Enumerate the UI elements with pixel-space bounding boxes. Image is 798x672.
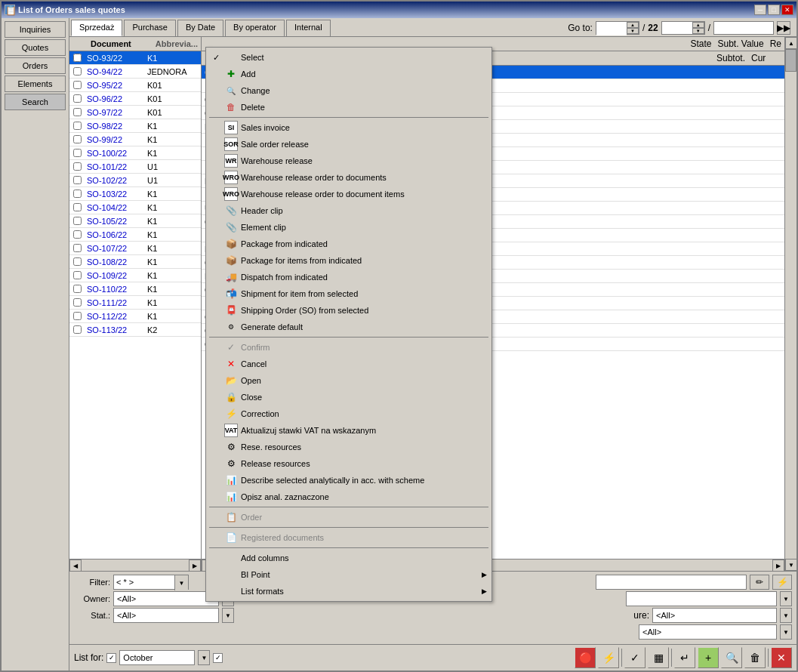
table-row[interactable]: SO-99/22 K1 <box>69 133 201 146</box>
menu-item-dispatch[interactable]: 🚚 Dispatch from indicated <box>206 269 491 285</box>
menu-item-vat[interactable]: VAT Aktualizuj stawki VAT na wskazanym <box>206 422 491 439</box>
month-dropdown[interactable]: ▼ <box>198 650 210 665</box>
table-row[interactable]: SO-101/22 U1 <box>69 160 201 174</box>
tab-by-operator[interactable]: By operator <box>225 20 285 36</box>
menu-item-sale-order[interactable]: SOR Sale order release <box>206 136 491 153</box>
table-row[interactable]: SO-108/22 K1 <box>69 255 201 269</box>
table-row[interactable]: SO-105/22 K1 <box>69 214 201 228</box>
doc-number[interactable]: SO-98/22 <box>85 121 145 131</box>
doc-number[interactable]: SO-106/22 <box>85 230 145 240</box>
listfor-checkbox1[interactable]: ✓ <box>106 653 116 663</box>
ure-combo[interactable]: <All> <box>652 608 777 623</box>
doc-number[interactable]: SO-107/22 <box>85 243 145 254</box>
nav-btn-orders[interactable]: Orders <box>5 57 66 74</box>
menu-item-sales-invoice[interactable]: SI Sales invoice <box>206 119 491 136</box>
goto-combo[interactable] <box>713 21 774 35</box>
right-combo-1-btn[interactable]: ⚡ <box>772 575 792 590</box>
listfor-checkbox2[interactable]: ✓ <box>213 653 223 663</box>
menu-item-cancel[interactable]: ✕ Cancel <box>206 356 491 372</box>
doc-number[interactable]: SO-108/22 <box>85 257 145 267</box>
extra-dropdown[interactable]: ▼ <box>780 624 792 640</box>
menu-item-delete[interactable]: 🗑 Delete <box>206 99 491 116</box>
menu-item-add[interactable]: ✚ Add <box>206 66 491 82</box>
filter-dropdown-btn[interactable]: ▼ <box>174 575 188 590</box>
doc-number[interactable]: SO-99/22 <box>85 134 145 145</box>
menu-item-shipping-order[interactable]: 📮 Shipping Order (SO) from selected <box>206 302 491 319</box>
filter-icon-btn[interactable]: ⚡ <box>598 647 619 668</box>
menu-item-bi-point[interactable]: BI Point ▶ <box>206 566 491 583</box>
filter-input[interactable] <box>114 575 174 589</box>
table-row[interactable]: SO-103/22 K1 <box>69 187 201 201</box>
goto-down-btn[interactable]: ▼ <box>627 28 639 34</box>
menu-item-release-resources[interactable]: ⚙ Release resources <box>206 455 491 472</box>
doc-number[interactable]: SO-113/22 <box>85 325 145 335</box>
tab-purchase[interactable]: Purchase <box>124 20 175 36</box>
scroll-thumb[interactable] <box>785 49 796 72</box>
menu-item-select[interactable]: ✓ Select <box>206 49 491 66</box>
minimize-button[interactable]: ─ <box>754 5 766 15</box>
table-row[interactable]: SO-106/22 K1 <box>69 228 201 242</box>
table-row[interactable]: SO-110/22 K1 <box>69 282 201 296</box>
maximize-button[interactable]: □ <box>768 5 780 15</box>
doc-number[interactable]: SO-100/22 <box>85 148 145 159</box>
menu-item-describe-analytically[interactable]: 📊 Describe selected analytically in acc.… <box>206 472 491 489</box>
menu-item-rese-resources[interactable]: ⚙ Rese. resources <box>206 439 491 455</box>
menu-item-header-clip[interactable]: 📎 Header clip <box>206 202 491 219</box>
table-row[interactable]: SO-107/22 K1 <box>69 242 201 255</box>
tab-sprzedaz[interactable]: Sprzedaż <box>71 20 122 36</box>
menu-item-generate-default[interactable]: ⚙ Generate default <box>206 319 491 335</box>
table-row[interactable]: SO-94/22 JEDNORA <box>69 65 201 79</box>
row-checkbox[interactable] <box>69 54 85 62</box>
arrow-icon-btn[interactable]: ↵ <box>674 647 695 668</box>
nav-btn-quotes[interactable]: Quotes <box>5 39 66 56</box>
right-combo-2[interactable] <box>626 591 777 606</box>
nav-btn-search[interactable]: Search <box>5 94 66 110</box>
nav-btn-elements[interactable]: Elements <box>5 76 66 92</box>
table-row[interactable]: SO-95/22 K01 <box>69 79 201 92</box>
scroll-up-btn[interactable]: ▲ <box>785 37 796 49</box>
doc-number[interactable]: SO-103/22 <box>85 189 145 199</box>
right-combo-1[interactable] <box>596 575 747 590</box>
menu-item-opisz[interactable]: 📊 Opisz anal. zaznaczone <box>206 489 491 505</box>
table-row[interactable]: SO-112/22 K1 <box>69 310 201 323</box>
stat-dropdown[interactable]: ▼ <box>222 608 234 623</box>
doc-number[interactable]: SO-95/22 <box>85 80 145 91</box>
scroll-right-btn[interactable]: ▶ <box>189 559 201 571</box>
check-icon-btn[interactable]: ✓ <box>624 647 645 668</box>
ure-dropdown[interactable]: ▼ <box>780 608 792 623</box>
menu-item-wro-docs[interactable]: WRO Warehouse release order to documents <box>206 169 491 186</box>
table-row[interactable]: SO-98/22 K1 <box>69 119 201 133</box>
owner-combo[interactable]: <All> <box>113 591 219 606</box>
table-row[interactable]: SO-96/22 K01 <box>69 92 201 106</box>
doc-number[interactable]: SO-105/22 <box>85 216 145 227</box>
goto-next-btn[interactable]: ▶▶ <box>777 21 790 35</box>
menu-item-element-clip[interactable]: 📎 Element clip <box>206 219 491 236</box>
month-combo[interactable]: October <box>119 650 195 665</box>
menu-item-add-columns[interactable]: Add columns <box>206 550 491 566</box>
doc-number[interactable]: SO-112/22 <box>85 311 145 322</box>
nav-btn-inquiries[interactable]: Inquiries <box>5 21 66 38</box>
doc-number[interactable]: SO-111/22 <box>85 297 145 308</box>
menu-item-pkg-indicated[interactable]: 📦 Package from indicated <box>206 236 491 252</box>
doc-number[interactable]: SO-96/22 <box>85 94 145 104</box>
table-row[interactable]: SO-93/22 K1 <box>69 51 201 65</box>
doc-number[interactable]: SO-102/22 <box>85 175 145 186</box>
doc-number[interactable]: SO-101/22 <box>85 162 145 172</box>
doc-number[interactable]: SO-94/22 <box>85 66 145 77</box>
goto-input[interactable] <box>596 22 627 35</box>
table-row[interactable]: SO-100/22 K1 <box>69 146 201 160</box>
menu-item-close[interactable]: 🔒 Close <box>206 389 491 405</box>
table-row[interactable]: SO-104/22 K1 <box>69 201 201 214</box>
search-icon-btn[interactable]: 🔍 <box>721 647 742 668</box>
tab-by-date[interactable]: By Date <box>177 20 223 36</box>
table-row[interactable]: SO-111/22 K1 <box>69 296 201 310</box>
menu-item-change[interactable]: 🔍 Change <box>206 82 491 99</box>
close-red-btn[interactable]: ✕ <box>771 647 792 668</box>
table-row[interactable]: SO-109/22 K1 <box>69 269 201 282</box>
menu-item-shipment[interactable]: 📬 Shipment for item from selected <box>206 285 491 302</box>
right-combo-2-drop[interactable]: ▼ <box>780 591 792 606</box>
menu-item-correction[interactable]: ⚡ Correction <box>206 405 491 422</box>
menu-item-list-formats[interactable]: List formats ▶ <box>206 583 491 600</box>
red-icon-btn[interactable]: 🔴 <box>575 647 596 668</box>
doc-number[interactable]: SO-109/22 <box>85 270 145 281</box>
